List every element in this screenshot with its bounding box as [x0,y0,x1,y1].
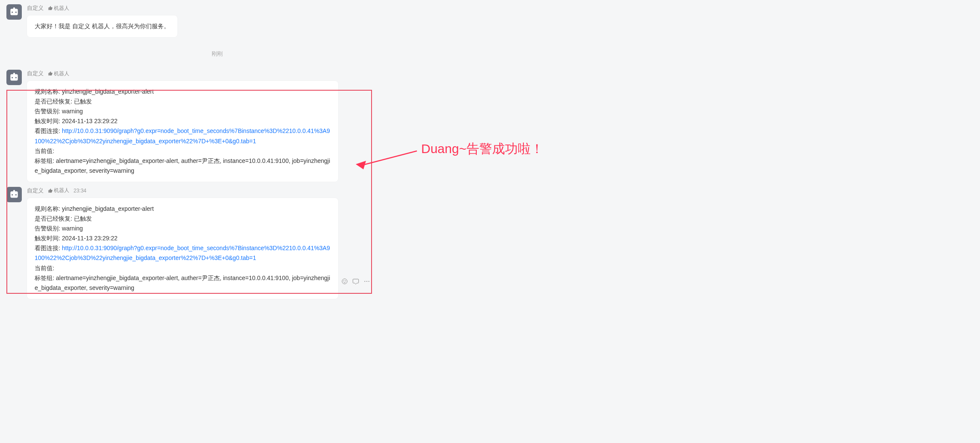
message-row: 自定义 机器人 规则名称: yinzhengjie_bigdata_export… [6,70,421,182]
bot-avatar [6,70,22,85]
message-bubble[interactable]: 规则名称: yinzhengjie_bigdata_exporter-alert… [27,198,338,299]
tags-value: alertname=yinzhengjie_bigdata_exporter-a… [35,157,330,174]
svg-point-5 [345,281,345,281]
message-row: 自定义 机器人 大家好！我是 自定义 机器人，很高兴为你们服务。 [6,4,421,37]
trigger-label: 触发时间: [35,235,60,242]
level-label: 告警级别: [35,108,60,115]
link-label: 看图连接: [35,127,60,134]
emoji-reaction-icon[interactable] [341,278,348,285]
link-label: 看图连接: [35,245,60,251]
bot-avatar [6,187,22,202]
current-label: 当前值: [35,265,54,272]
sender-row: 自定义 机器人 [27,70,421,77]
bot-tag: 机器人 [48,5,69,12]
bot-tag-text: 机器人 [54,70,69,77]
status-label: 是否已经恢复: [35,98,72,105]
bot-avatar [6,4,22,20]
status-label: 是否已经恢复: [35,215,72,222]
svg-point-8 [369,281,369,282]
bot-tag-text: 机器人 [54,5,69,12]
thumb-icon [48,188,53,193]
level-label: 告警级别: [35,225,60,232]
message-action-bar [341,278,371,285]
more-icon[interactable] [363,278,371,285]
svg-point-7 [366,281,367,282]
bot-tag: 机器人 [48,70,69,77]
svg-point-3 [342,279,347,284]
sender-name: 自定义 [27,4,44,12]
thumb-icon [48,6,53,11]
message-bubble[interactable]: 大家好！我是 自定义 机器人，很高兴为你们服务。 [27,15,177,37]
trigger-value: 2024-11-13 23:29:22 [62,235,118,242]
tags-label: 标签组: [35,157,54,164]
sender-row: 自定义 机器人 23:34 [27,187,421,195]
message-time: 23:34 [74,188,86,194]
sender-name: 自定义 [27,70,44,77]
thumb-icon [48,71,53,76]
rule-value: yinzhengjie_bigdata_exporter-alert [62,88,154,95]
tags-label: 标签组: [35,275,54,281]
level-value: warning [62,225,83,232]
rule-label: 规则名称: [35,88,60,95]
svg-point-4 [343,281,344,281]
graph-link[interactable]: http://10.0.0.31:9090/graph?g0.expr=node… [35,245,330,261]
intro-text: 大家好！我是 自定义 机器人，很高兴为你们服务。 [35,23,170,30]
sender-row: 自定义 机器人 [27,4,421,12]
tags-value: alertname=yinzhengjie_bigdata_exporter-a… [35,275,330,291]
bot-tag: 机器人 [48,187,69,194]
graph-link[interactable]: http://10.0.0.31:9090/graph?g0.expr=node… [35,127,330,144]
current-label: 当前值: [35,148,54,154]
status-value: 已触发 [74,215,92,222]
comment-icon[interactable] [352,278,360,285]
svg-point-6 [364,281,365,282]
timeline-mark: 刚刚 [6,42,428,70]
bot-tag-text: 机器人 [54,187,69,194]
sender-name: 自定义 [27,187,44,195]
trigger-label: 触发时间: [35,118,60,124]
status-value: 已触发 [74,98,92,105]
trigger-value: 2024-11-13 23:29:22 [62,118,118,124]
annotation-text: Duang~告警成功啦！ [421,140,543,158]
level-value: warning [62,108,83,115]
rule-value: yinzhengjie_bigdata_exporter-alert [62,205,154,212]
message-bubble[interactable]: 规则名称: yinzhengjie_bigdata_exporter-alert… [27,81,338,182]
rule-label: 规则名称: [35,205,60,212]
